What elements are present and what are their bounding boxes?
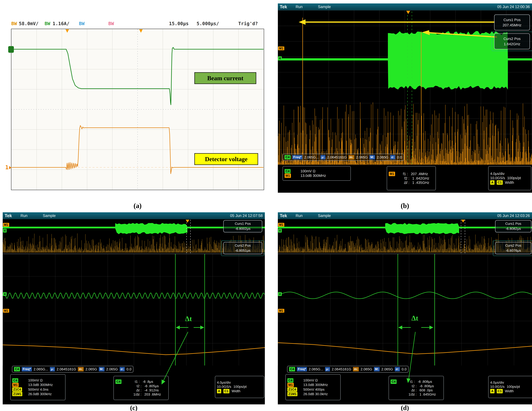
freq-measurement-strip: C4 Freq* 2.065G... μ: 2.0645161G m: 2.06… xyxy=(287,366,408,372)
cursor2-readout: Curs2 Pos -6.8051μs xyxy=(223,242,262,254)
timebase-box: 4.0μs/div 10.0GS/s100ps/pt AC1Width xyxy=(488,166,531,190)
df-key: Δf : xyxy=(399,181,409,185)
delay-readout: 15.00μs xyxy=(169,21,189,26)
mu-chip: μ: xyxy=(50,367,55,371)
z1m1-chip: Z1M1 xyxy=(287,392,297,396)
min-value: 2.065G xyxy=(356,155,368,159)
dt-arrowhead-right-icon xyxy=(429,325,433,329)
ch1-marker-label: 1 xyxy=(5,164,9,170)
min-chip: m: xyxy=(353,367,359,371)
tek-logo: Tek xyxy=(280,213,287,218)
z1c4-settings: 500mV 400ps xyxy=(303,388,324,391)
m1-settings: 13.0dB 300MHz xyxy=(28,383,53,387)
a-trigger-chip: A xyxy=(490,180,494,185)
trigger-type: Width xyxy=(505,389,514,393)
caption-a: (a) xyxy=(10,202,265,210)
t1-value: -6 .8μs xyxy=(142,380,153,384)
time-cursor-box: C4t1 :-6 .808μs t2 :-6 .808μs Δt :608 .0… xyxy=(389,376,444,400)
c4-chip: C4 xyxy=(115,380,122,384)
sigma-chip: σ: xyxy=(395,367,400,371)
freq-value: 2.065G... xyxy=(34,367,48,371)
sigma-chip: σ: xyxy=(390,155,395,159)
run-status: Run xyxy=(20,214,28,218)
timebase-box: 4.0μs/div 10.0GS/s100ps/pt AC1Width xyxy=(215,376,264,398)
scope-a-graticule: 1 xyxy=(11,29,264,190)
timebase-value: 4.0μs/div xyxy=(490,381,504,384)
freq-chip: Freq* xyxy=(292,155,302,159)
ch2-bw-badge: BW xyxy=(45,21,50,26)
min-value: 2.065G xyxy=(361,367,372,371)
cursor2-readout: Curs2 Pos 1.642GHz xyxy=(494,33,530,49)
m1-chip: M1 xyxy=(12,383,19,387)
dt-value: 608 .0ps xyxy=(419,388,433,392)
spectrum-cursor-box: M1f1 :207 .4MHz f2 :1 .642GHz Δf :1 .435… xyxy=(387,166,436,190)
c1-source-chip: C1 xyxy=(223,389,229,393)
c4-chip: C4 xyxy=(289,367,295,371)
sigma-value: 0.0 xyxy=(402,367,407,371)
dt-arrowhead-left-icon xyxy=(176,325,180,329)
cursor1-readout: Curs1 Pos -6.8002μs xyxy=(223,220,262,232)
cursor2-label: Curs2 Pos xyxy=(235,243,251,248)
scope-c-zoom-area: 4 M1 Δt xyxy=(3,254,265,365)
sigma-chip: σ: xyxy=(120,367,125,371)
ch1-ground-marker: 1 xyxy=(5,164,11,170)
tek-logo: Tek xyxy=(5,213,12,218)
sample-rate: 10.0GS/s xyxy=(490,176,505,180)
z1m1-settings: 26.0dB 30.0kHz xyxy=(303,392,328,396)
freq-chip: Freq* xyxy=(297,367,307,371)
df-value: 1 .435GHz xyxy=(412,181,429,185)
sample-rate: 10.0GS/s xyxy=(490,385,504,389)
t2-value: -6 .808μs xyxy=(419,384,434,388)
caption-b: (b) xyxy=(278,202,532,210)
max-value: 2.065G xyxy=(377,155,389,159)
cursor1-label: Curs1 Pos xyxy=(235,221,251,226)
curs2-arrowhead-icon xyxy=(422,30,430,35)
ch2-ground-marker xyxy=(8,46,14,53)
timebase-box: 4.0μs/div 10.0GS/s100ps/pt AC1Width xyxy=(488,376,532,398)
datetime-readout: 05 Jun 24 12:07:58 xyxy=(230,214,263,218)
oscilloscope-panel-c: Tek Run Sample 05 Jun 24 12:07:58 M1 4 xyxy=(3,212,265,404)
max-value: 2.065G xyxy=(381,367,393,371)
max-chip: M: xyxy=(369,155,375,159)
t1-value: -6 .808μs xyxy=(418,380,432,384)
beam-current-label: Beam current xyxy=(194,72,256,84)
min-chip: m: xyxy=(348,155,354,159)
c4-chip: C4 xyxy=(12,378,18,382)
ch4-bw-badge: BW xyxy=(108,21,114,26)
c1-source-chip: C1 xyxy=(497,389,503,393)
cursor1-label: Curs1 Pos xyxy=(504,17,521,23)
datetime-readout: 05 Jun 24 12:03:26 xyxy=(497,214,530,218)
c4-settings: 100mV Ω xyxy=(303,378,318,382)
zoom-overlays xyxy=(278,254,532,365)
run-status: Run xyxy=(296,214,303,218)
channel-settings-box: C4100mV Ω M113.0dB 300MHz Z1C4500mV 4.0n… xyxy=(10,374,66,400)
c4-chip: C4 xyxy=(285,155,291,159)
timebase-value: 4.0μs/div xyxy=(217,381,231,384)
detector-voltage-trace xyxy=(11,29,264,190)
cursor2-readout: Curs2 Pos -6.8076μs xyxy=(495,242,531,254)
scope-a-header: BW 58.0mV/ BW 1.16A/ BW BW 15.00μs 5.000… xyxy=(10,19,265,29)
tek-titlebar: Tek Run Sample 05 Jun 24 12:03:26 xyxy=(278,212,532,219)
cursor1-readout: Curs1 Pos -6.8082μs xyxy=(495,220,531,232)
z1c4-settings: 500mV 4.0ns xyxy=(28,388,48,391)
oscilloscope-panel-b: Tek Run Sample 05 Jun 24 12:00:36 M1 4 C… xyxy=(278,3,532,193)
ch3-bw-badge: BW xyxy=(79,21,85,26)
delta-t-label: Δt xyxy=(185,315,192,323)
c4-settings: 100mV Ω xyxy=(301,169,315,173)
cursor1-value: 207.45MHz xyxy=(503,22,521,28)
trigger-marker-icon xyxy=(461,220,465,223)
cursor2-label: Curs2 Pos xyxy=(505,243,521,248)
trigger-type: Width xyxy=(505,181,514,185)
mu-chip: μ: xyxy=(321,155,325,159)
trigger-marker-icon xyxy=(186,220,189,223)
trigger-marker-icon xyxy=(406,11,410,14)
dt-value: -4 .912ns xyxy=(144,388,159,392)
channel-settings-box: C4100mV Ω M113.0dB 300MHz Z1C4500mV 400p… xyxy=(285,374,341,400)
m1-chip: M1 xyxy=(287,383,294,387)
m1-settings: 13.0dB 300MHz xyxy=(303,383,328,387)
time-cursor-box: C4t1 :-6 .8μs t2 :-6 .805μs Δt :-4 .912n… xyxy=(114,376,169,400)
cursor2-value: 1.642GHz xyxy=(504,41,520,47)
c4-chip: C4 xyxy=(390,380,397,384)
detector-voltage-label: Detector voltage xyxy=(194,153,258,165)
dt-key: Δt : xyxy=(125,388,142,392)
